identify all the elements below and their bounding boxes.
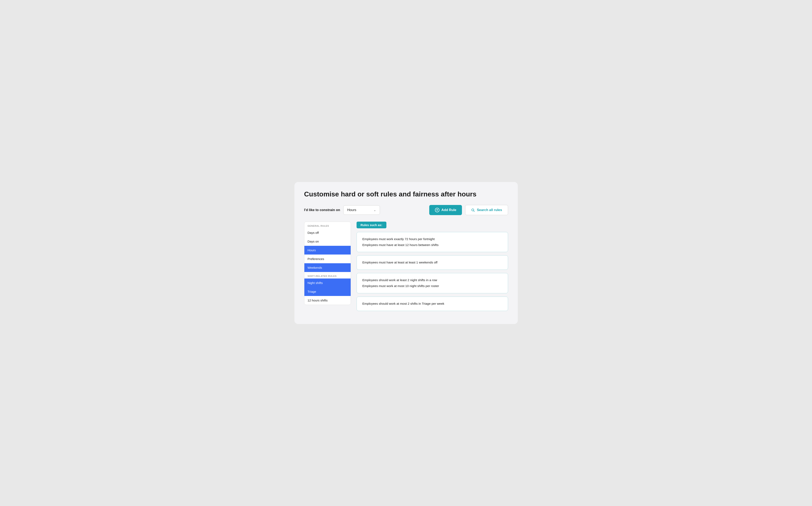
rule-text: Employees must work exactly 72 hours per… xyxy=(363,237,502,242)
top-bar: I'd like to constrain on Hours ⌄ + Add R… xyxy=(304,205,508,215)
shift-related-rules-label: SHIFT-RELATED RULES xyxy=(304,272,351,278)
main-content: GENERAL RULES Days offDays onHoursPrefer… xyxy=(304,222,508,314)
page-title: Customise hard or soft rules and fairnes… xyxy=(304,190,508,198)
sidebar-item-triage[interactable]: Triage xyxy=(304,287,351,296)
rule-text: Employees should work at most 2 shifts i… xyxy=(363,301,502,306)
rule-card-4: Employees should work at most 2 shifts i… xyxy=(357,297,508,311)
sidebar-item-days-off[interactable]: Days off xyxy=(304,228,351,237)
rule-text: Employees should work at least 2 night s… xyxy=(363,278,502,283)
chevron-down-icon: ⌄ xyxy=(374,208,376,212)
main-card: Customise hard or soft rules and fairnes… xyxy=(294,182,518,324)
sidebar-item-12-hours-shifts[interactable]: 12 hours shifts xyxy=(304,296,351,305)
constrain-label: I'd like to constrain on xyxy=(304,208,340,212)
sidebar-item-days-on[interactable]: Days on xyxy=(304,237,351,246)
rule-text: Employees must have at least 12 hours be… xyxy=(363,243,502,248)
search-rules-label: Search all rules xyxy=(477,208,502,212)
rule-card-2: Employees must have at least at least 1 … xyxy=(357,255,508,270)
sidebar-item-preferences[interactable]: Preferences xyxy=(304,255,351,263)
rules-such-as-badge: Rules such as: xyxy=(357,222,386,228)
rule-card-3: Employees should work at least 2 night s… xyxy=(357,273,508,293)
rule-text: Employees must have at least at least 1 … xyxy=(363,260,502,265)
general-rules-label: GENERAL RULES xyxy=(304,222,351,228)
plus-icon: + xyxy=(435,208,439,212)
add-rule-label: Add Rule xyxy=(441,208,456,212)
sidebar-item-weekends[interactable]: Weekends xyxy=(304,263,351,272)
sidebar-item-hours[interactable]: Hours xyxy=(304,246,351,255)
rule-text: Employees must work at most 10 night shi… xyxy=(363,283,502,289)
svg-line-1 xyxy=(474,210,475,212)
search-rules-button[interactable]: Search all rules xyxy=(465,205,508,215)
rules-panel: Rules such as: Employees must work exact… xyxy=(357,222,508,314)
constrain-dropdown[interactable]: Hours ⌄ xyxy=(343,205,380,215)
sidebar-item-night-shifts[interactable]: Night shifts xyxy=(304,278,351,287)
search-icon xyxy=(471,208,475,212)
sidebar: GENERAL RULES Days offDays onHoursPrefer… xyxy=(304,222,351,305)
dropdown-value: Hours xyxy=(347,208,357,212)
rule-card-1: Employees must work exactly 72 hours per… xyxy=(357,232,508,252)
add-rule-button[interactable]: + Add Rule xyxy=(429,205,462,215)
